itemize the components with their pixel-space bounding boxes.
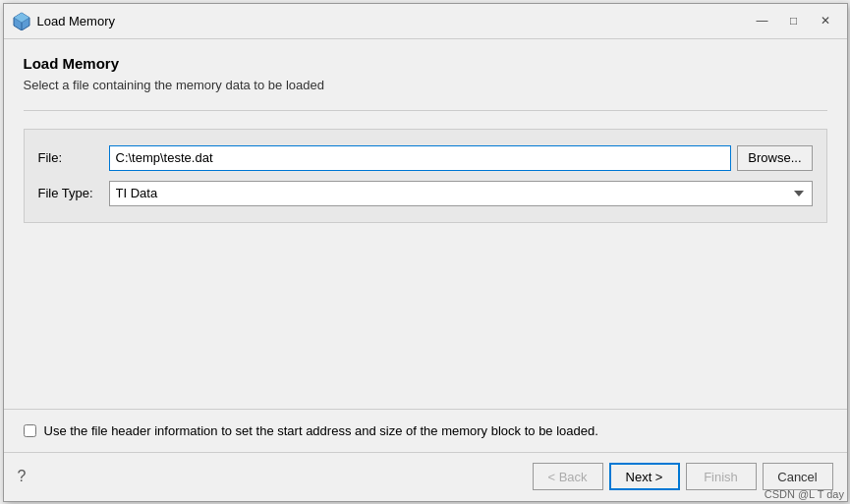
- back-button[interactable]: < Back: [533, 463, 603, 490]
- finish-button[interactable]: Finish: [686, 463, 757, 490]
- footer: ? < Back Next > Finish Cancel: [4, 452, 847, 501]
- header-checkbox[interactable]: [24, 424, 36, 437]
- file-row: File: Browse...: [38, 145, 813, 171]
- maximize-button[interactable]: □: [780, 10, 808, 31]
- main-content: Load Memory Select a file containing the…: [4, 39, 847, 409]
- title-bar-controls: — □ ✕: [749, 10, 839, 31]
- minimize-button[interactable]: —: [749, 10, 776, 31]
- filetype-label: File Type:: [38, 186, 109, 200]
- title-bar: Load Memory — □ ✕: [4, 4, 847, 39]
- window-title: Load Memory: [37, 14, 115, 28]
- cancel-button[interactable]: Cancel: [763, 463, 833, 490]
- spacer: [24, 239, 827, 409]
- watermark: CSDN @L T day: [765, 488, 844, 500]
- help-icon[interactable]: ?: [18, 468, 27, 485]
- load-memory-window: Load Memory — □ ✕ Load Memory Select a f…: [3, 3, 848, 502]
- file-input[interactable]: [109, 145, 732, 171]
- page-title: Load Memory: [24, 55, 827, 72]
- filetype-row: File Type: TI Data: [38, 181, 813, 206]
- file-label: File:: [38, 150, 109, 165]
- app-icon: [12, 11, 31, 30]
- form-area: File: Browse... File Type: TI Data: [24, 129, 827, 223]
- page-subtitle: Select a file containing the memory data…: [24, 78, 827, 92]
- next-button[interactable]: Next >: [609, 463, 680, 490]
- checkbox-label: Use the file header information to set t…: [44, 423, 598, 438]
- filetype-select[interactable]: TI Data: [109, 181, 813, 206]
- checkbox-row: Use the file header information to set t…: [4, 409, 847, 452]
- divider: [24, 110, 827, 111]
- close-button[interactable]: ✕: [812, 10, 839, 31]
- title-bar-left: Load Memory: [12, 11, 115, 30]
- browse-button[interactable]: Browse...: [737, 145, 812, 171]
